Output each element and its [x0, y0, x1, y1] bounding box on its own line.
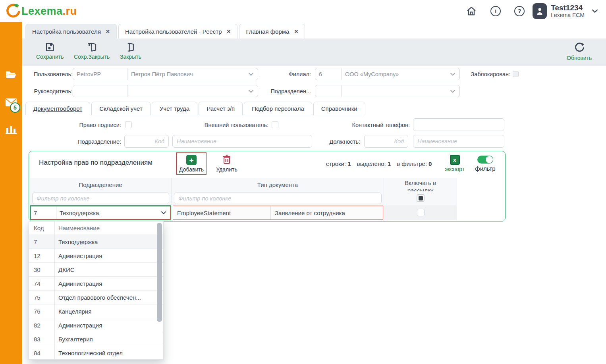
app-window: Lexema.ru i ? Test1234 Lexema ECM	[0, 0, 606, 364]
chevron-down-icon[interactable]	[450, 71, 456, 77]
user-name: Test1234	[551, 4, 585, 12]
branch-select[interactable]: 6 ООО «MyCompany»	[315, 68, 460, 80]
filtered-count-label: в фильтре:	[397, 160, 427, 167]
close-icon[interactable]: ✕	[227, 29, 231, 35]
dropdown-name-header: Наименование	[55, 225, 163, 231]
manager-select[interactable]	[73, 85, 258, 97]
logo-icon	[5, 3, 21, 19]
save-button[interactable]: Сохранить	[36, 42, 64, 60]
subtab-recruiting[interactable]: Подбор персонала	[244, 102, 312, 115]
column-header-department[interactable]: Подразделение	[30, 178, 172, 191]
help-icon[interactable]: ?	[514, 6, 525, 16]
user-menu[interactable]: Test1234 Lexema ECM	[533, 3, 599, 19]
chart-icon[interactable]	[0, 119, 22, 139]
dropdown-item[interactable]: 83Бухгалтерия	[29, 332, 163, 346]
doctype-name[interactable]: Заявление от сотрудника	[271, 210, 383, 216]
save-close-icon	[87, 42, 97, 52]
user-name-value: Петров Пётр Павлович	[127, 71, 248, 77]
save-close-button[interactable]: Сохр.Закрыть	[74, 42, 110, 60]
chevron-down-icon[interactable]	[591, 7, 599, 15]
blocked-checkbox[interactable]	[513, 71, 519, 77]
user-select[interactable]: PetrovPP Петров Пётр Павлович	[73, 68, 258, 80]
user-meta: Test1234 Lexema ECM	[551, 4, 585, 18]
department-cell-code[interactable]: 7	[31, 206, 56, 219]
trash-icon	[222, 154, 232, 165]
info-icon[interactable]: i	[490, 6, 501, 16]
header-actions: i ? Test1234 Lexema ECM	[466, 0, 599, 22]
sign-right-checkbox[interactable]	[125, 121, 132, 128]
selected-count-label: выделено:	[357, 160, 386, 167]
sign-right-label: Право подписи:	[71, 121, 121, 129]
subtab-labor[interactable]: Учет труда	[152, 102, 197, 115]
dropdown-scrollbar[interactable]	[157, 223, 162, 322]
app-logo[interactable]: Lexema.ru	[5, 3, 77, 19]
tab-user-settings[interactable]: Настройка пользователя ✕	[25, 24, 117, 39]
chevron-down-icon[interactable]	[160, 209, 167, 216]
dropdown-item[interactable]: 75Отдел правового обеспечен...	[29, 291, 163, 304]
column-header-mailing[interactable]: Включать в рассылку	[384, 178, 457, 191]
dropdown-item[interactable]: 82Администрация	[29, 318, 163, 332]
close-icon[interactable]: ✕	[294, 29, 298, 35]
dropdown-item[interactable]: 12Администрация	[29, 249, 163, 263]
department-cell-combobox[interactable]: 7 Техподдержка	[30, 205, 171, 220]
tab-users-registry[interactable]: Настройка пользователей - Реестр ✕	[118, 24, 238, 39]
plus-icon: +	[186, 155, 197, 165]
mailing-row-checkbox[interactable]	[417, 209, 425, 216]
refresh-button[interactable]: Обновить	[567, 42, 592, 61]
logo-text-suffix: .ru	[63, 5, 77, 17]
user-label: Пользователь:	[24, 70, 73, 79]
subtab-warehouse[interactable]: Складской учет	[91, 102, 151, 115]
toolbar: Сохранить Сохр.Закрыть Закрыть Обновит	[22, 39, 606, 66]
dropdown-item[interactable]: 84Технологический отдел	[29, 346, 163, 360]
close-form-icon	[125, 42, 136, 52]
doctype-cell[interactable]: EmployeeStatement Заявление от сотрудник…	[173, 206, 383, 220]
doctype-code[interactable]: EmployeeStatement	[173, 206, 271, 220]
home-icon[interactable]	[466, 6, 477, 17]
rows-count-label: строки:	[326, 160, 346, 167]
subtab-dictionaries[interactable]: Справочники	[313, 102, 365, 115]
subtab-payroll[interactable]: Расчет з/п	[199, 102, 243, 115]
tab-label: Настройка пользователей - Реестр	[125, 28, 222, 35]
tab-main-form[interactable]: Главная форма ✕	[239, 24, 305, 39]
delete-row-button[interactable]: Удалить	[212, 154, 241, 173]
department-label: Подразделение:	[71, 137, 121, 146]
dropdown-item[interactable]: 74Администрация	[29, 277, 163, 291]
dropdown-item[interactable]: 30ДКИС	[29, 263, 163, 277]
department-name-input[interactable]	[172, 135, 312, 148]
mailing-filter-checkbox[interactable]	[417, 194, 425, 202]
column-header-doctype[interactable]: Тип документа	[172, 178, 384, 191]
department-filter-input[interactable]	[32, 193, 169, 204]
dropdown-item[interactable]: 7Техподдержка	[29, 235, 163, 249]
chevron-down-icon[interactable]	[248, 71, 254, 77]
department-cell-name[interactable]: Техподдержка	[56, 210, 160, 216]
phone-input[interactable]	[413, 118, 504, 131]
chevron-down-icon[interactable]	[248, 88, 254, 94]
text-caret	[99, 210, 99, 216]
window-tabbar: Настройка пользователя ✕ Настройка польз…	[22, 24, 606, 39]
toggle-on-icon[interactable]	[477, 156, 493, 164]
filtered-count-value: 0	[428, 160, 432, 167]
grid-counters: строки:1 выделено:1 в фильтре:0	[326, 151, 432, 176]
export-button[interactable]: x экспорт	[443, 155, 466, 172]
doctype-filter-input[interactable]	[174, 193, 382, 204]
panel-title: Настройка прав по подразделениям	[39, 159, 152, 167]
filter-toggle[interactable]: фильтр	[471, 156, 500, 172]
position-name-input[interactable]	[413, 135, 504, 148]
chevron-down-icon[interactable]	[450, 88, 456, 94]
external-user-checkbox[interactable]	[272, 121, 278, 128]
dropdown-item[interactable]: 76Канцелярия	[29, 304, 163, 318]
department-rights-panel: Настройка прав по подразделениям + Добав…	[29, 151, 506, 221]
subtab-docflow[interactable]: Документооборот	[25, 102, 90, 115]
folder-icon[interactable]	[0, 65, 22, 85]
tab-label: Главная форма	[246, 28, 289, 35]
filter-cell-department	[30, 191, 172, 205]
division-select[interactable]	[315, 85, 460, 97]
external-user-label: Внешний пользователь:	[199, 121, 268, 129]
close-icon[interactable]: ✕	[106, 29, 110, 35]
add-row-button[interactable]: + Добавить	[176, 152, 207, 175]
selected-count-value: 1	[388, 160, 391, 167]
position-code-input[interactable]	[364, 135, 408, 148]
department-code-input[interactable]	[124, 135, 169, 148]
user-code-value: PetrovPP	[77, 71, 101, 77]
close-button[interactable]: Закрыть	[120, 42, 141, 60]
